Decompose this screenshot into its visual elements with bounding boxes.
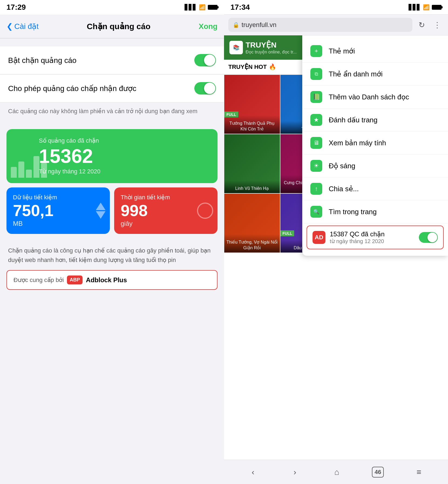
forward-nav-button[interactable]: › bbox=[288, 465, 302, 479]
back-button[interactable]: ❮ Cài đặt bbox=[6, 22, 39, 31]
time-right: 17:34 bbox=[230, 3, 250, 12]
book-title-5: Linh Vũ Thiên Hạ bbox=[224, 180, 280, 193]
right-panel: 17:34 ▋▋▋ 📶 🔒 truyenfull.vn ↻ ⋮ 📚 TRUYỆN… bbox=[224, 0, 448, 484]
back-nav-icon: ‹ bbox=[252, 468, 254, 477]
fire-icon: 🔥 bbox=[269, 63, 276, 70]
abp-logo-text: ABP bbox=[70, 277, 80, 283]
ad-since: từ ngày tháng 12 2020 bbox=[330, 238, 415, 244]
abp-badge: ABP bbox=[67, 275, 83, 284]
ad-toggle[interactable] bbox=[419, 232, 438, 243]
provider-row: Được cung cấp bởi ABP Adblock Plus bbox=[6, 270, 218, 290]
ad-count-label: QC đã chặn bbox=[349, 230, 385, 238]
book-item-5[interactable]: Linh Vũ Thiên Hạ bbox=[224, 134, 280, 193]
menu-item-brightness[interactable]: ☀ Độ sáng bbox=[302, 154, 448, 177]
book-item-9[interactable]: Thiếu Tướng, Vợ Ngài Nổi Giận Rồi bbox=[224, 193, 280, 253]
dropdown-menu: + Thẻ mới ⧉ Thẻ ẩn danh mới 📗 Thêm vào D… bbox=[302, 35, 448, 256]
menu-item-share[interactable]: ↑ Chia sẻ... bbox=[302, 177, 448, 200]
chart-bar-4 bbox=[33, 156, 39, 178]
stats-card-green: Số quảng cáo đã chặn 15362 Từ ngày tháng… bbox=[6, 129, 218, 183]
time-savings-card: Thời gian tiết kiệm 998 giây bbox=[114, 187, 218, 234]
chart-bars bbox=[11, 145, 47, 178]
forward-nav-icon: › bbox=[294, 468, 296, 477]
footer-description: Chặn quảng cáo là công cụ hạn chế các qu… bbox=[0, 240, 224, 270]
menu-item-find[interactable]: 🔍 Tìm trong trang bbox=[302, 200, 448, 223]
status-icons-left: ▋▋▋ 📶 bbox=[185, 4, 218, 11]
logo-box: 📚 bbox=[229, 41, 243, 54]
book-cover-5: Linh Vũ Thiên Hạ bbox=[224, 134, 280, 193]
menu-item-private-tab[interactable]: ⧉ Thẻ ẩn danh mới bbox=[302, 63, 448, 86]
chart-bar-2 bbox=[18, 162, 24, 178]
done-button[interactable]: Xong bbox=[199, 22, 218, 31]
ad-count: 15387 QC đã chặn bbox=[330, 230, 415, 238]
refresh-button[interactable]: ↻ bbox=[415, 18, 428, 31]
chart-bar-5 bbox=[41, 163, 47, 178]
chart-bar-1 bbox=[11, 167, 17, 178]
home-button[interactable]: ⌂ bbox=[330, 465, 344, 479]
browser-content: 📚 TRUYỆN Đọc truyện online, đọc tr... TR… bbox=[224, 35, 448, 460]
data-savings-card: Dữ liệu tiết kiệm 750,1 MB bbox=[6, 187, 110, 234]
wifi-icon: 📶 bbox=[199, 4, 206, 11]
chart-bar-3 bbox=[26, 170, 32, 178]
left-panel: 17:29 ▋▋▋ 📶 ❮ Cài đặt Chặn quảng cáo Xon… bbox=[0, 0, 224, 484]
status-bar-left: 17:29 ▋▋▋ 📶 bbox=[0, 0, 224, 15]
site-name: TRUYỆN bbox=[246, 41, 297, 49]
hot-label: TRUYỆN HOT bbox=[228, 63, 267, 70]
menu-button[interactable]: ≡ bbox=[412, 465, 426, 479]
arrow-down-icon bbox=[96, 211, 106, 219]
time-savings-label: Thời gian tiết kiệm bbox=[121, 194, 211, 201]
status-icons-right: ▋▋▋ 📶 bbox=[409, 4, 442, 11]
chevron-left-icon: ❮ bbox=[6, 22, 13, 31]
reading-list-label: Thêm vào Danh sách đọc bbox=[329, 93, 409, 101]
arrow-up-icon bbox=[96, 203, 106, 210]
desktop-icon: 🖥 bbox=[310, 137, 322, 149]
time-left: 17:29 bbox=[6, 3, 26, 12]
stats-label: Số quảng cáo đã chặn bbox=[39, 137, 209, 144]
status-bar-right: 17:34 ▋▋▋ 📶 bbox=[224, 0, 448, 15]
ad-count-number: 15387 bbox=[330, 230, 348, 238]
clock-icon bbox=[197, 203, 213, 219]
desktop-label: Xem bản máy tính bbox=[329, 139, 386, 147]
stats-number: 15362 bbox=[39, 146, 209, 166]
url-bar[interactable]: 🔒 truyenfull.vn bbox=[228, 18, 412, 32]
menu-item-desktop[interactable]: 🖥 Xem bản máy tính bbox=[302, 132, 448, 154]
home-icon: ⌂ bbox=[334, 468, 339, 477]
hamburger-icon: ≡ bbox=[417, 468, 422, 477]
back-nav-button[interactable]: ‹ bbox=[246, 465, 260, 479]
book-title-1: Tướng Thành Quả Phụ Khi Còn Trẻ bbox=[224, 115, 280, 134]
new-tab-icon: + bbox=[310, 45, 322, 57]
find-label: Tìm trong trang bbox=[329, 208, 377, 216]
book-cover-1: FULL Tướng Thành Quả Phụ Khi Còn Trẻ bbox=[224, 75, 280, 134]
book-cover-9: Thiếu Tướng, Vợ Ngài Nổi Giận Rồi bbox=[224, 194, 280, 253]
url-text: truyenfull.vn bbox=[242, 21, 276, 29]
tab-count-button[interactable]: 46 bbox=[372, 467, 384, 478]
menu-item-bookmark[interactable]: ★ Đánh dấu trang bbox=[302, 109, 448, 132]
reading-list-icon: 📗 bbox=[310, 91, 322, 103]
provider-name: Adblock Plus bbox=[86, 276, 127, 284]
private-tab-label: Thẻ ẩn danh mới bbox=[329, 70, 383, 78]
menu-item-reading-list[interactable]: 📗 Thêm vào Danh sách đọc bbox=[302, 86, 448, 109]
acceptable-ads-toggle[interactable] bbox=[194, 82, 216, 95]
nav-bar: ❮ Cài đặt Chặn quảng cáo Xong bbox=[0, 15, 224, 38]
more-button[interactable]: ⋮ bbox=[431, 18, 444, 31]
ad-block-icon: AD bbox=[313, 231, 325, 244]
full-badge-10: FULL bbox=[280, 230, 294, 236]
settings-content: Bật chặn quảng cáo Cho phép quảng cáo ch… bbox=[0, 38, 224, 484]
acceptable-ads-row: Cho phép quảng cáo chấp nhận được bbox=[0, 74, 224, 102]
menu-item-new-tab[interactable]: + Thẻ mới bbox=[302, 40, 448, 63]
ad-block-toggle-row: Bật chặn quảng cáo bbox=[0, 46, 224, 74]
battery-icon-left bbox=[208, 5, 218, 10]
browser-bar: 🔒 truyenfull.vn ↻ ⋮ bbox=[224, 15, 448, 35]
book-item-1[interactable]: FULL Tướng Thành Quả Phụ Khi Còn Trẻ bbox=[224, 75, 280, 134]
browser-bottom-bar: ‹ › ⌂ 46 ≡ bbox=[224, 460, 448, 484]
tab-count: 46 bbox=[375, 469, 381, 476]
acceptable-ads-label: Cho phép quảng cáo chấp nhận được bbox=[8, 84, 136, 93]
new-tab-label: Thẻ mới bbox=[329, 47, 355, 55]
lock-icon: 🔒 bbox=[233, 22, 239, 28]
bookmark-icon: ★ bbox=[310, 114, 322, 126]
share-label: Chia sẻ... bbox=[329, 185, 359, 193]
private-tab-icon: ⧉ bbox=[310, 68, 322, 80]
share-icon: ↑ bbox=[310, 183, 322, 195]
ad-block-toggle[interactable] bbox=[194, 54, 216, 66]
brightness-label: Độ sáng bbox=[329, 162, 355, 170]
page-title: Chặn quảng cáo bbox=[87, 22, 151, 31]
